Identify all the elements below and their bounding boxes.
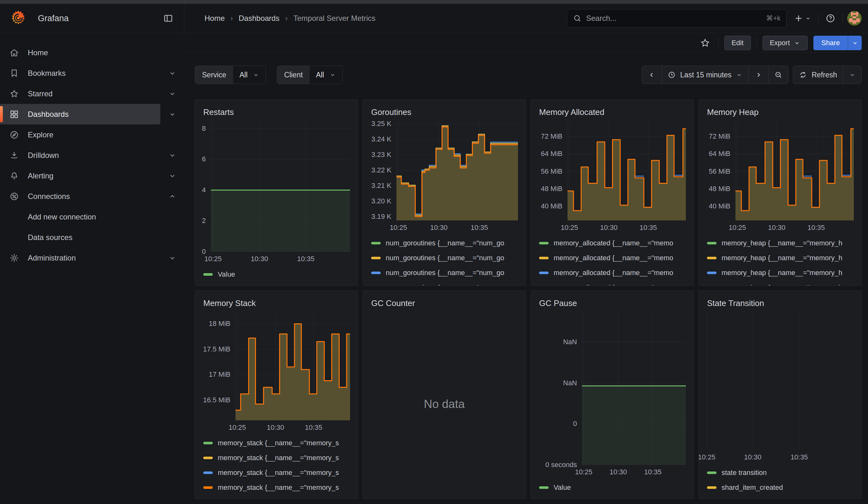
legend-item[interactable]: num_goroutines {__name__="num_go bbox=[371, 265, 522, 280]
panel-title[interactable]: State Transition bbox=[699, 291, 861, 309]
panel-title[interactable]: GC Pause bbox=[531, 291, 693, 309]
legend-item[interactable]: memory_stack {__name__="memory_s bbox=[203, 480, 354, 495]
legend-item[interactable]: memory_allocated {__name__="memo bbox=[539, 280, 690, 286]
legend-swatch-icon bbox=[539, 242, 549, 245]
drilldown-icon bbox=[9, 151, 19, 160]
time-range-picker-button[interactable]: Last 15 minutes bbox=[662, 66, 749, 84]
panel-chart[interactable]: 86420 10:2510:3010:35 bbox=[195, 119, 358, 266]
expand-section-button[interactable] bbox=[161, 193, 184, 200]
expand-section-button[interactable] bbox=[161, 90, 184, 97]
legend-item[interactable]: memory_allocated {__name__="memo bbox=[539, 250, 690, 265]
panel-title[interactable]: Memory Allocated bbox=[531, 100, 693, 119]
star-dashboard-button[interactable] bbox=[698, 35, 713, 51]
plot-area[interactable] bbox=[568, 122, 686, 220]
sidebar-nav: Home Bookmarks Starred Dashboards Explor… bbox=[0, 42, 184, 268]
sidebar-item-data-sources: Data sources bbox=[0, 227, 184, 248]
expand-section-button[interactable] bbox=[161, 254, 184, 262]
y-axis: 72 MiB64 MiB56 MiB48 MiB40 MiB bbox=[531, 122, 568, 220]
search-input[interactable] bbox=[586, 14, 762, 23]
plot-area[interactable] bbox=[396, 122, 518, 220]
search-input-container[interactable]: ⌘+k bbox=[567, 9, 787, 28]
expand-section-button[interactable] bbox=[161, 111, 184, 118]
active-indicator bbox=[0, 106, 3, 122]
y-axis-tick-label: 40 MiB bbox=[709, 202, 730, 210]
help-icon bbox=[825, 13, 836, 23]
legend-item[interactable]: shard_item_created bbox=[707, 480, 858, 495]
legend-item[interactable]: memory_heap {__name__="memory_h bbox=[707, 236, 858, 250]
y-axis-tick-label: 4 bbox=[202, 186, 206, 194]
y-axis-tick-label: 48 MiB bbox=[709, 185, 730, 193]
legend-item[interactable]: state transition bbox=[707, 465, 858, 480]
expand-section-button[interactable] bbox=[161, 172, 184, 180]
grid-icon bbox=[9, 110, 19, 119]
panel-title[interactable]: Restarts bbox=[195, 100, 358, 119]
legend-item[interactable]: memory_stack {__name__="memory_s bbox=[203, 435, 354, 450]
edit-button[interactable]: Edit bbox=[724, 36, 751, 50]
panel-title[interactable]: GC Counter bbox=[363, 291, 526, 309]
expand-section-button[interactable] bbox=[161, 70, 184, 77]
legend-item[interactable]: memory_heap {__name__="memory_h bbox=[707, 280, 858, 286]
refresh-interval-button[interactable] bbox=[843, 66, 862, 84]
legend-item[interactable]: num_goroutines {__name__="num_go bbox=[371, 280, 522, 286]
breadcrumb-home[interactable]: Home bbox=[205, 14, 225, 23]
x-axis-tick-label: 10:25 bbox=[205, 255, 222, 263]
panel-chart[interactable]: 72 MiB64 MiB56 MiB48 MiB40 MiB 10:2510:3… bbox=[531, 119, 693, 235]
plot-area[interactable] bbox=[211, 122, 350, 252]
legend-item[interactable]: memory_stack {__name__="memory_s bbox=[203, 450, 354, 465]
legend-item[interactable]: num_goroutines {__name__="num_go bbox=[371, 236, 522, 250]
panel-chart[interactable]: 10:2510:3010:35 bbox=[699, 309, 861, 464]
header-divider bbox=[843, 13, 843, 24]
expand-section-button[interactable] bbox=[161, 152, 184, 159]
panel-title[interactable]: Memory Heap bbox=[699, 100, 861, 119]
legend-label: Value bbox=[554, 483, 571, 492]
legend-label: memory_heap {__name__="memory_h bbox=[722, 284, 843, 286]
app-header: Grafana Home › Dashboards › Temporal Ser… bbox=[0, 4, 868, 33]
time-shift-back-button[interactable] bbox=[642, 66, 662, 84]
refresh-button[interactable]: Refresh bbox=[793, 66, 843, 84]
user-avatar[interactable] bbox=[847, 11, 862, 25]
plot-area[interactable] bbox=[701, 313, 854, 450]
service-variable-select[interactable]: All bbox=[233, 66, 266, 84]
legend-item[interactable]: memory_heap {__name__="memory_h bbox=[707, 250, 858, 265]
time-shift-forward-button[interactable] bbox=[748, 66, 768, 84]
plot-area[interactable] bbox=[735, 122, 854, 220]
panel-chart[interactable]: 72 MiB64 MiB56 MiB48 MiB40 MiB 10:2510:3… bbox=[699, 119, 861, 235]
client-variable-select[interactable]: All bbox=[310, 66, 342, 84]
share-options-button[interactable] bbox=[848, 36, 862, 50]
legend-item[interactable]: num_goroutines {__name__="num_go bbox=[371, 250, 522, 265]
panel-title[interactable]: Memory Stack bbox=[195, 291, 358, 309]
toolbar-divider bbox=[719, 37, 719, 49]
x-axis: 10:2510:3010:35 bbox=[701, 450, 854, 464]
export-button[interactable]: Export bbox=[763, 36, 808, 50]
legend-item[interactable]: memory_allocated {__name__="memo bbox=[539, 265, 690, 280]
x-axis: 10:2510:3010:35 bbox=[211, 252, 350, 266]
legend-item[interactable]: Value bbox=[539, 480, 690, 495]
legend-item[interactable]: memory_allocated {__name__="memo bbox=[539, 236, 690, 250]
link-icon bbox=[9, 192, 19, 201]
breadcrumb-dashboards[interactable]: Dashboards bbox=[239, 14, 279, 23]
share-button[interactable]: Share bbox=[813, 36, 848, 50]
gear-icon bbox=[9, 253, 19, 263]
y-axis-tick-label: 3.21 K bbox=[371, 182, 391, 190]
panel-chart[interactable]: NaNNaN00 seconds 10:2510:3010:35 bbox=[531, 309, 693, 480]
gear-icon bbox=[9, 253, 19, 263]
plot-area[interactable] bbox=[582, 313, 686, 465]
zoom-out-time-button[interactable] bbox=[768, 66, 788, 84]
refresh-label: Refresh bbox=[812, 71, 837, 79]
legend-item[interactable]: memory_heap {__name__="memory_h bbox=[707, 265, 858, 280]
add-new-button[interactable] bbox=[791, 11, 814, 26]
panel-title[interactable]: Goroutines bbox=[363, 100, 526, 119]
legend-item[interactable]: memory_stack {__name__="memory_s bbox=[203, 465, 354, 480]
help-button[interactable] bbox=[823, 11, 838, 26]
y-axis: 72 MiB64 MiB56 MiB48 MiB40 MiB bbox=[699, 122, 735, 220]
panel-chart[interactable]: 18 MiB17.5 MiB17 MiB16.5 MiB 10:2510:301… bbox=[195, 309, 358, 435]
plot-area[interactable] bbox=[236, 313, 350, 420]
legend-item[interactable]: Value bbox=[203, 267, 354, 282]
legend-swatch-icon bbox=[371, 242, 381, 245]
bookmark-icon bbox=[9, 69, 19, 78]
x-axis-tick-label: 10:35 bbox=[297, 255, 314, 263]
panel-chart[interactable]: 3.25 K3.24 K3.23 K3.22 K3.21 K3.20 K3.19… bbox=[363, 119, 526, 235]
x-axis-tick-label: 10:30 bbox=[768, 224, 785, 232]
dock-sidebar-toggle-button[interactable] bbox=[161, 11, 176, 26]
bell-icon bbox=[9, 171, 19, 181]
